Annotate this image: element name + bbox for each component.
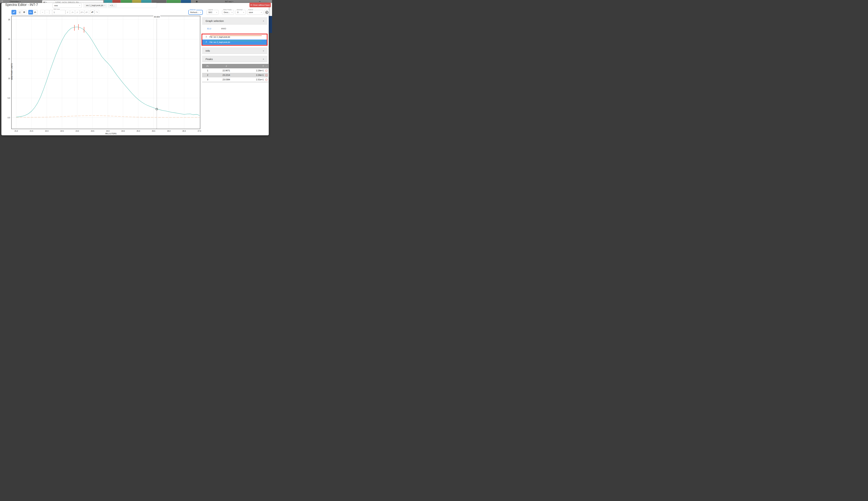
y-tick-label: 0.0 <box>8 117 10 118</box>
decimal-select[interactable]: 0▼ <box>236 10 245 15</box>
j-plus-button[interactable]: J+ <box>70 10 75 14</box>
report-icon[interactable] <box>132 0 141 3</box>
y-tick-label: 25 <box>8 19 10 20</box>
jp-plus-button[interactable]: JP+ <box>80 10 84 14</box>
submit-run-button[interactable]: ▶ <box>264 10 269 15</box>
peak-remove-button[interactable]: P- <box>33 10 38 14</box>
sort-icon[interactable] <box>152 0 166 3</box>
caret-down-icon: ▼ <box>19 1 21 2</box>
graph-file-item-selected[interactable]: 2. File: sec.3_bagit.peak.jdx <box>202 40 267 45</box>
delete-peak-icon[interactable]: × <box>265 78 268 81</box>
brand-menu[interactable]: Chemotion ▼ <box>10 0 21 3</box>
prediction-select[interactable]: new ▼ <box>52 3 82 8</box>
y-tick-label: 5.0 <box>8 97 10 99</box>
close-icon: ✖ <box>251 4 252 6</box>
peaks-section-header[interactable]: Peaks ∧ <box>202 56 268 62</box>
search-icon[interactable] <box>104 0 112 3</box>
structure-search-input[interactable]: IUPAC, InChI, SMILES, RIn <box>54 0 103 3</box>
chevron-up-icon: ∧ <box>263 20 264 22</box>
line-chart-icon <box>13 11 15 13</box>
caret-down-icon: ▼ <box>79 5 80 6</box>
hamburger-icon[interactable]: ☰ <box>1 0 3 3</box>
reset-zoom-icon: ⟳ <box>23 11 25 13</box>
x-tick-label: 26.5 <box>182 130 186 132</box>
write-peaks-label: Write Peaks <box>223 9 232 11</box>
file-label: File: sec.1_bagit.peak.jdx <box>210 36 230 38</box>
x-tick-label: 25.0 <box>137 130 140 132</box>
list-settings-icon[interactable] <box>167 0 180 3</box>
graph-selection-header[interactable]: Graph selection ∧ <box>202 17 268 24</box>
spectrum-svg[interactable] <box>12 16 200 129</box>
y-tick-label: 10 <box>8 77 10 79</box>
caret-down-icon: ▼ <box>46 2 47 3</box>
ref-clear-button[interactable]: X <box>65 10 70 14</box>
increase-button[interactable]: + <box>40 10 45 14</box>
x-tick-label: 27.0 <box>198 130 201 132</box>
y-tick-label: 20 <box>8 38 10 40</box>
session-label: INT test <box>225 1 232 3</box>
clear-icon[interactable] <box>113 0 121 3</box>
info-section-header[interactable]: Info ∨ <box>202 47 268 54</box>
session-menu[interactable]: INT test ▼ <box>225 0 233 3</box>
zoom-area-button[interactable]: ⌕ <box>17 10 22 14</box>
peak-add-button[interactable]: P+ <box>28 10 33 14</box>
peak-row: 1 22.9071 2.29e+1 × <box>202 68 269 73</box>
x-tick-label: 24.5 <box>121 130 125 132</box>
x-tick-label: 26.0 <box>167 130 170 132</box>
sync-icon[interactable] <box>141 0 151 3</box>
file-chip[interactable]: sec.1_bagit.peak.jdx × <box>84 4 107 7</box>
chip-remove-icon[interactable]: × <box>104 4 105 7</box>
export-icon[interactable] <box>121 0 132 3</box>
tab-elu[interactable]: ELU <box>207 28 211 30</box>
more-files-chip[interactable]: + 3 ... <box>108 4 117 7</box>
j-minus-button[interactable]: J- <box>75 10 80 14</box>
decimal-label: Decimal <box>236 9 243 11</box>
caret-down-icon: ▼ <box>200 12 201 13</box>
peak-row: 3 23.0394 2.31e+1 × <box>202 77 269 82</box>
file-chip-bar[interactable]: sec.1_bagit.peak.jdx × + 3 ... <box>83 3 157 8</box>
zoom-select-icon: ⌕ <box>19 11 21 13</box>
caret-down-icon: ▼ <box>216 12 217 13</box>
jp-minus-button[interactable]: JP- <box>84 10 89 14</box>
x-axis-title: MILLILITERS <box>105 133 116 135</box>
grid-icon[interactable]: ▦ <box>196 0 198 3</box>
file-index: 2. <box>206 41 207 43</box>
x-tick-label: 22.0 <box>45 130 48 132</box>
redo-button[interactable]: ↷ <box>95 10 99 14</box>
delete-peak-icon[interactable]: × <box>265 74 268 76</box>
submit-select[interactable]: save▼ <box>247 10 263 15</box>
reset-zoom-button[interactable]: ⟳ <box>22 10 27 14</box>
decrease-button[interactable]: - <box>45 10 49 14</box>
close-without-save-button[interactable]: ✖ Close without Save <box>250 3 271 7</box>
x-tick-label: 21.0 <box>14 130 18 132</box>
scope-select[interactable]: All ▼ <box>42 0 54 3</box>
cursor-value-label: 25.604 <box>153 16 160 18</box>
peaks-table: P+ X Y - 1 22.9071 2.29e+1 × 2 23.2214 2… <box>202 64 269 82</box>
file-label: File: sec.3_bagit.peak.jdx <box>210 41 230 43</box>
play-icon: ▶ <box>266 12 267 13</box>
line-chart-mode-button[interactable] <box>11 10 16 14</box>
x-tick-label: 22.5 <box>60 130 64 132</box>
detector-label: Detector <box>189 9 196 11</box>
tools-icon[interactable] <box>181 0 191 3</box>
submit-label: Submit <box>248 9 254 11</box>
caret-down-icon: ▼ <box>243 12 244 13</box>
graph-selection-tabs: ELU MWD <box>202 24 268 34</box>
chevron-up-icon: ∧ <box>263 58 264 60</box>
write-peaks-select[interactable]: Desc...▼ <box>222 10 234 15</box>
ref-area-input[interactable] <box>52 10 65 14</box>
y-axis-title: ARBITRARY UNITS <box>11 62 13 81</box>
x-tick-label: 25.5 <box>152 130 155 132</box>
ref-area-label: Ref Area <box>53 8 60 10</box>
caret-down-icon: ▼ <box>261 12 262 13</box>
x-tick-label: 24.0 <box>106 130 109 132</box>
detector-select[interactable]: Refracti...▼ <box>188 10 203 15</box>
tab-mwd[interactable]: MWD <box>221 28 226 30</box>
undo-button[interactable]: ↶ <box>90 10 95 14</box>
spectrum-plot[interactable] <box>11 16 200 129</box>
layout-select[interactable]: SEC▼ <box>207 10 219 15</box>
graph-file-item[interactable]: 1. File: sec.1_bagit.peak.jdx <box>202 34 267 40</box>
peak-row: 2 23.2214 2.24e+1 × <box>202 73 269 77</box>
delete-peak-icon[interactable]: × <box>265 70 268 72</box>
caret-down-icon: ▼ <box>231 12 233 13</box>
